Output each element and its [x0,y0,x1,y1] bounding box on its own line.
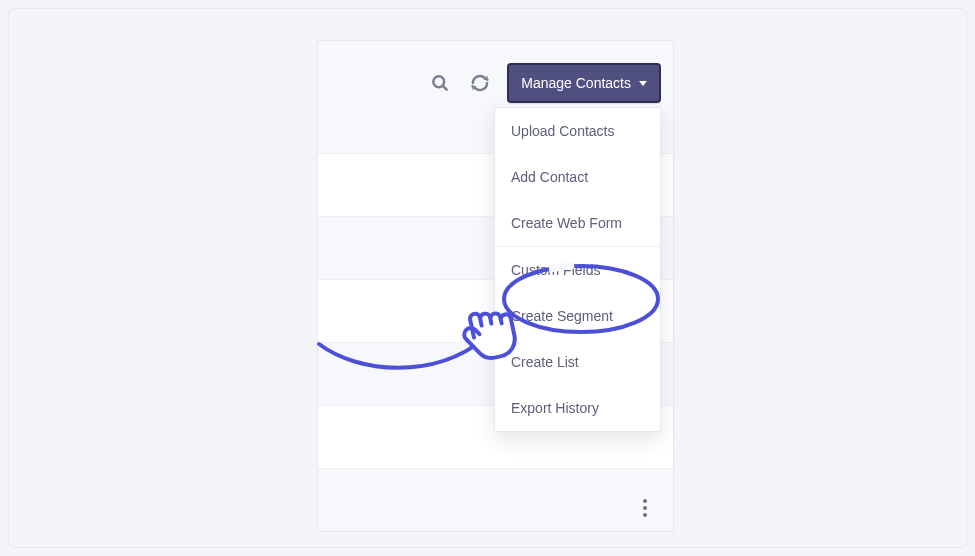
table-row [318,468,673,516]
svg-line-1 [443,86,447,90]
manage-contacts-button[interactable]: Manage Contacts [507,63,661,103]
content-panel: Manage Contacts Upload Contacts Add Cont… [317,40,674,532]
manage-contacts-label: Manage Contacts [521,75,631,91]
dropdown-item-create-web-form[interactable]: Create Web Form [495,200,660,246]
page-frame: Manage Contacts Upload Contacts Add Cont… [8,8,967,548]
search-icon[interactable] [427,70,453,96]
dropdown-item-upload-contacts[interactable]: Upload Contacts [495,108,660,154]
dropdown-item-add-contact[interactable]: Add Contact [495,154,660,200]
dropdown-item-create-list[interactable]: Create List [495,339,660,385]
refresh-icon[interactable] [467,70,493,96]
toolbar: Manage Contacts [427,63,661,103]
dropdown-item-custom-fields[interactable]: Custom Fields [495,247,660,293]
manage-contacts-dropdown: Upload Contacts Add Contact Create Web F… [494,107,661,432]
caret-down-icon [639,81,647,86]
more-options-icon[interactable] [643,499,647,517]
dropdown-item-export-history[interactable]: Export History [495,385,660,431]
dropdown-item-create-segment[interactable]: Create Segment [495,293,660,339]
